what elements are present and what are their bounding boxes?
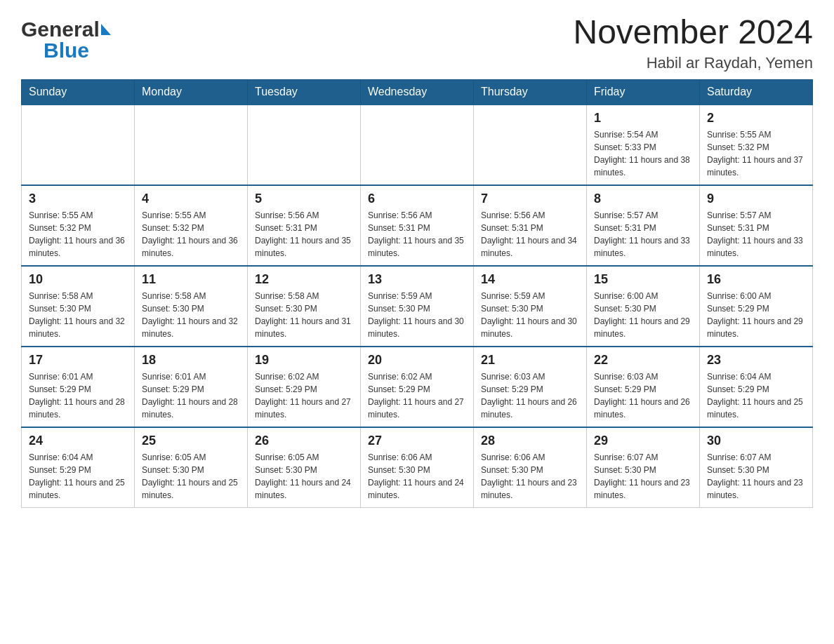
calendar-cell: 1Sunrise: 5:54 AMSunset: 5:33 PMDaylight… <box>587 105 700 185</box>
day-number: 17 <box>29 353 127 368</box>
calendar-cell: 14Sunrise: 5:59 AMSunset: 5:30 PMDayligh… <box>474 266 587 347</box>
calendar-cell: 13Sunrise: 5:59 AMSunset: 5:30 PMDayligh… <box>361 266 474 347</box>
day-info: Sunrise: 6:01 AMSunset: 5:29 PMDaylight:… <box>29 370 127 421</box>
calendar-body: 1Sunrise: 5:54 AMSunset: 5:33 PMDaylight… <box>22 105 813 508</box>
day-info: Sunrise: 6:07 AMSunset: 5:30 PMDaylight:… <box>594 451 692 502</box>
calendar-cell: 29Sunrise: 6:07 AMSunset: 5:30 PMDayligh… <box>587 427 700 508</box>
day-number: 11 <box>142 272 240 287</box>
day-number: 8 <box>594 192 692 206</box>
page-header: General Blue November 2024 Habil ar Rayd… <box>21 14 813 72</box>
day-number: 30 <box>707 434 805 448</box>
logo-arrow-icon <box>101 24 111 35</box>
calendar-cell: 23Sunrise: 6:04 AMSunset: 5:29 PMDayligh… <box>700 347 813 427</box>
day-number: 25 <box>142 434 240 448</box>
calendar-cell: 25Sunrise: 6:05 AMSunset: 5:30 PMDayligh… <box>135 427 248 508</box>
day-number: 4 <box>142 192 240 206</box>
day-info: Sunrise: 6:00 AMSunset: 5:30 PMDaylight:… <box>594 290 692 340</box>
calendar-cell: 18Sunrise: 6:01 AMSunset: 5:29 PMDayligh… <box>135 347 248 427</box>
calendar-cell: 28Sunrise: 6:06 AMSunset: 5:30 PMDayligh… <box>474 427 587 508</box>
calendar-cell: 6Sunrise: 5:56 AMSunset: 5:31 PMDaylight… <box>361 185 474 266</box>
calendar-cell <box>248 105 361 185</box>
calendar-week-row: 3Sunrise: 5:55 AMSunset: 5:32 PMDaylight… <box>22 185 813 266</box>
day-number: 13 <box>368 272 466 287</box>
calendar-cell: 26Sunrise: 6:05 AMSunset: 5:30 PMDayligh… <box>248 427 361 508</box>
day-number: 28 <box>481 434 579 448</box>
calendar-week-row: 24Sunrise: 6:04 AMSunset: 5:29 PMDayligh… <box>22 427 813 508</box>
logo: General Blue <box>21 18 111 62</box>
day-info: Sunrise: 5:58 AMSunset: 5:30 PMDaylight:… <box>142 290 240 340</box>
day-number: 16 <box>707 272 805 287</box>
header-monday: Monday <box>135 79 248 105</box>
day-info: Sunrise: 5:56 AMSunset: 5:31 PMDaylight:… <box>481 209 579 260</box>
calendar-cell: 20Sunrise: 6:02 AMSunset: 5:29 PMDayligh… <box>361 347 474 427</box>
calendar-cell: 7Sunrise: 5:56 AMSunset: 5:31 PMDaylight… <box>474 185 587 266</box>
calendar-cell: 19Sunrise: 6:02 AMSunset: 5:29 PMDayligh… <box>248 347 361 427</box>
day-number: 29 <box>594 434 692 448</box>
calendar-week-row: 10Sunrise: 5:58 AMSunset: 5:30 PMDayligh… <box>22 266 813 347</box>
day-number: 18 <box>142 353 240 368</box>
calendar-cell: 24Sunrise: 6:04 AMSunset: 5:29 PMDayligh… <box>22 427 135 508</box>
day-number: 22 <box>594 353 692 368</box>
title-area: November 2024 Habil ar Raydah, Yemen <box>573 14 813 72</box>
calendar-week-row: 17Sunrise: 6:01 AMSunset: 5:29 PMDayligh… <box>22 347 813 427</box>
day-info: Sunrise: 6:06 AMSunset: 5:30 PMDaylight:… <box>481 451 579 502</box>
day-info: Sunrise: 6:00 AMSunset: 5:29 PMDaylight:… <box>707 290 805 340</box>
day-info: Sunrise: 6:06 AMSunset: 5:30 PMDaylight:… <box>368 451 466 502</box>
header-friday: Friday <box>587 79 700 105</box>
day-number: 2 <box>707 111 805 126</box>
day-info: Sunrise: 5:55 AMSunset: 5:32 PMDaylight:… <box>142 209 240 260</box>
day-number: 24 <box>29 434 127 448</box>
day-number: 23 <box>707 353 805 368</box>
calendar-cell: 4Sunrise: 5:55 AMSunset: 5:32 PMDaylight… <box>135 185 248 266</box>
day-number: 27 <box>368 434 466 448</box>
calendar-cell: 5Sunrise: 5:56 AMSunset: 5:31 PMDaylight… <box>248 185 361 266</box>
day-number: 15 <box>594 272 692 287</box>
day-info: Sunrise: 5:58 AMSunset: 5:30 PMDaylight:… <box>29 290 127 340</box>
header-wednesday: Wednesday <box>361 79 474 105</box>
day-number: 1 <box>594 111 692 126</box>
day-info: Sunrise: 6:02 AMSunset: 5:29 PMDaylight:… <box>368 370 466 421</box>
calendar-cell <box>361 105 474 185</box>
header-row: Sunday Monday Tuesday Wednesday Thursday… <box>22 79 813 105</box>
calendar-header: Sunday Monday Tuesday Wednesday Thursday… <box>22 79 813 105</box>
day-number: 9 <box>707 192 805 206</box>
day-number: 6 <box>368 192 466 206</box>
header-tuesday: Tuesday <box>248 79 361 105</box>
day-info: Sunrise: 6:05 AMSunset: 5:30 PMDaylight:… <box>142 451 240 502</box>
day-info: Sunrise: 5:55 AMSunset: 5:32 PMDaylight:… <box>29 209 127 260</box>
day-info: Sunrise: 6:03 AMSunset: 5:29 PMDaylight:… <box>481 370 579 421</box>
calendar-cell: 27Sunrise: 6:06 AMSunset: 5:30 PMDayligh… <box>361 427 474 508</box>
day-info: Sunrise: 6:03 AMSunset: 5:29 PMDaylight:… <box>594 370 692 421</box>
day-info: Sunrise: 6:07 AMSunset: 5:30 PMDaylight:… <box>707 451 805 502</box>
day-info: Sunrise: 6:05 AMSunset: 5:30 PMDaylight:… <box>255 451 353 502</box>
calendar-cell: 3Sunrise: 5:55 AMSunset: 5:32 PMDaylight… <box>22 185 135 266</box>
calendar-subtitle: Habil ar Raydah, Yemen <box>573 54 813 72</box>
calendar-cell: 8Sunrise: 5:57 AMSunset: 5:31 PMDaylight… <box>587 185 700 266</box>
day-number: 21 <box>481 353 579 368</box>
day-number: 12 <box>255 272 353 287</box>
day-info: Sunrise: 5:57 AMSunset: 5:31 PMDaylight:… <box>707 209 805 260</box>
day-info: Sunrise: 5:58 AMSunset: 5:30 PMDaylight:… <box>255 290 353 340</box>
calendar-cell: 30Sunrise: 6:07 AMSunset: 5:30 PMDayligh… <box>700 427 813 508</box>
calendar-cell: 2Sunrise: 5:55 AMSunset: 5:32 PMDaylight… <box>700 105 813 185</box>
calendar-cell: 21Sunrise: 6:03 AMSunset: 5:29 PMDayligh… <box>474 347 587 427</box>
day-info: Sunrise: 6:02 AMSunset: 5:29 PMDaylight:… <box>255 370 353 421</box>
day-info: Sunrise: 5:59 AMSunset: 5:30 PMDaylight:… <box>368 290 466 340</box>
day-info: Sunrise: 6:01 AMSunset: 5:29 PMDaylight:… <box>142 370 240 421</box>
day-number: 5 <box>255 192 353 206</box>
calendar-cell: 12Sunrise: 5:58 AMSunset: 5:30 PMDayligh… <box>248 266 361 347</box>
header-thursday: Thursday <box>474 79 587 105</box>
calendar-cell: 15Sunrise: 6:00 AMSunset: 5:30 PMDayligh… <box>587 266 700 347</box>
day-number: 14 <box>481 272 579 287</box>
logo-general-text: General <box>21 18 100 41</box>
day-info: Sunrise: 6:04 AMSunset: 5:29 PMDaylight:… <box>29 451 127 502</box>
calendar-cell: 9Sunrise: 5:57 AMSunset: 5:31 PMDaylight… <box>700 185 813 266</box>
calendar-cell: 10Sunrise: 5:58 AMSunset: 5:30 PMDayligh… <box>22 266 135 347</box>
day-number: 10 <box>29 272 127 287</box>
calendar-cell <box>135 105 248 185</box>
calendar-table: Sunday Monday Tuesday Wednesday Thursday… <box>21 79 813 508</box>
day-info: Sunrise: 5:54 AMSunset: 5:33 PMDaylight:… <box>594 128 692 179</box>
calendar-cell <box>474 105 587 185</box>
calendar-week-row: 1Sunrise: 5:54 AMSunset: 5:33 PMDaylight… <box>22 105 813 185</box>
calendar-cell: 16Sunrise: 6:00 AMSunset: 5:29 PMDayligh… <box>700 266 813 347</box>
